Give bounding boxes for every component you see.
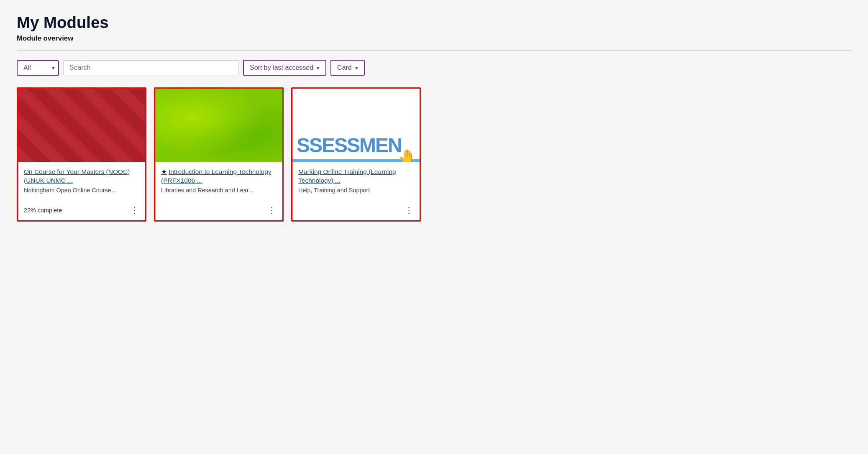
card-title-3[interactable]: Marking Online Training (Learning Techno… <box>298 168 414 185</box>
view-chevron-icon: ▾ <box>355 65 358 71</box>
module-card-2: ★Introduction to Learning Technology (PR… <box>154 87 284 222</box>
star-icon-2: ★ <box>161 168 167 175</box>
sort-chevron-icon: ▾ <box>317 65 320 71</box>
card-title-1[interactable]: On Course for Your Masters (NOOC) (UNUK … <box>24 168 139 185</box>
card-image-red <box>18 89 145 162</box>
module-overview-label: Module overview <box>17 34 851 43</box>
progress-text-1: 22% complete <box>24 207 62 214</box>
filter-dropdown-wrapper[interactable]: All Starred Active Past ▾ <box>17 60 59 76</box>
card-footer-2: ⋮ <box>155 201 282 220</box>
card-menu-button-1[interactable]: ⋮ <box>130 205 139 215</box>
toolbar: All Starred Active Past ▾ Sort by last a… <box>17 60 851 76</box>
divider <box>17 50 851 51</box>
card-image-assessment: SSESSMEN 🤚 <box>292 89 420 162</box>
cards-container: On Course for Your Masters (NOOC) (UNUK … <box>17 87 851 222</box>
view-button[interactable]: Card ▾ <box>330 60 365 76</box>
card-body-1: On Course for Your Masters (NOOC) (UNUK … <box>18 162 145 201</box>
sort-label: Sort by last accessed <box>250 64 313 71</box>
module-card-1: On Course for Your Masters (NOOC) (UNUK … <box>17 87 146 222</box>
module-card-3: SSESSMEN 🤚 Marking Online Training (Lear… <box>291 87 421 222</box>
card-body-3: Marking Online Training (Learning Techno… <box>292 162 420 201</box>
view-label: Card <box>337 64 352 71</box>
hand-writing-icon: 🤚 <box>398 148 416 162</box>
card-subtitle-3: Help, Training and Support <box>298 187 414 194</box>
card-body-2: ★Introduction to Learning Technology (PR… <box>155 162 282 201</box>
card-menu-button-3[interactable]: ⋮ <box>405 205 414 215</box>
card-image-green <box>155 89 282 162</box>
red-diamond-pattern <box>18 89 145 162</box>
card-subtitle-1: Nottingham Open Online Course... <box>24 187 139 194</box>
page-title: My Modules <box>17 13 851 32</box>
sort-button[interactable]: Sort by last accessed ▾ <box>243 60 326 76</box>
search-input[interactable] <box>63 60 239 75</box>
green-poly-pattern <box>155 89 282 162</box>
card-menu-button-2[interactable]: ⋮ <box>267 205 277 215</box>
card-title-2[interactable]: ★Introduction to Learning Technology (PR… <box>161 168 277 185</box>
card-footer-1: 22% complete ⋮ <box>18 201 145 220</box>
card-subtitle-2: Libraries and Research and Lear... <box>161 187 277 194</box>
filter-select[interactable]: All Starred Active Past <box>17 60 59 76</box>
card-footer-3: ⋮ <box>292 201 420 220</box>
